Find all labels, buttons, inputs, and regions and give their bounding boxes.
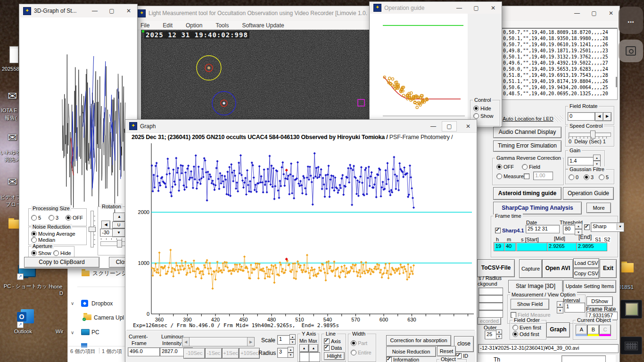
pc-shortcut-label[interactable]: PC - ショートカット — [4, 283, 53, 290]
star-image-3d-button[interactable]: Star Image [3D] — [508, 280, 563, 293]
speed-slider-track[interactable] — [569, 132, 611, 137]
elevation-slider[interactable] — [89, 211, 95, 247]
exit-button[interactable]: Exit — [600, 259, 617, 278]
noise-reduction-button[interactable]: Noise Reduction — [386, 346, 436, 357]
maximize-icon[interactable]: ▢ — [468, 5, 485, 11]
desktop-dark-icon-photo[interactable] — [620, 300, 642, 319]
mail-icon[interactable]: ✉ — [8, 131, 17, 144]
close-icon[interactable]: ✕ — [460, 123, 477, 130]
radius-field-4[interactable] — [479, 310, 503, 318]
outlook-icon[interactable]: O ↗ — [17, 309, 35, 327]
gamma-value-field[interactable]: 1.00 — [533, 172, 553, 180]
close-icon[interactable]: ✕ — [485, 5, 502, 11]
explorer-row-dropbox[interactable]: Dropbox — [91, 300, 113, 307]
rotate-left-button[interactable]: ◀ — [101, 221, 110, 229]
desktop-icon-document[interactable] — [9, 46, 18, 63]
minimize-icon[interactable]: — — [451, 5, 468, 11]
desktop-icon-iota-label-1[interactable]: IOTA E — [1, 107, 17, 113]
scroll-right-icon[interactable]: ▶ — [247, 337, 254, 346]
scroll-left-icon[interactable]: ◀ — [182, 337, 190, 346]
processing-5-radio[interactable]: 5 — [31, 215, 41, 221]
hilight-button[interactable]: Hilight — [324, 352, 345, 360]
csv-scrollbar-thumb[interactable] — [616, 77, 617, 87]
recorded-button-fragment[interactable]: ecorded — [478, 317, 501, 325]
desktop-icon-document-label[interactable]: 202558( — [2, 66, 21, 72]
bottom-field-fragment[interactable] — [561, 355, 606, 362]
capture-button[interactable]: Capture — [519, 259, 542, 278]
current-frame-field[interactable]: 496.0 — [128, 347, 160, 356]
reset-button[interactable]: Reset — [437, 346, 456, 356]
minimize-icon[interactable]: — — [425, 123, 442, 130]
gaussian-5-radio[interactable]: 5 — [599, 174, 609, 180]
rotation-u-button[interactable]: U — [112, 222, 125, 229]
operation-guide-titlebar[interactable]: ✦ Operation guide — ▢ ✕ — [370, 2, 502, 14]
maximize-icon[interactable]: ▢ — [103, 8, 120, 14]
processing-off-radio[interactable]: OFF — [66, 215, 83, 221]
gain-value[interactable]: 1.4 — [568, 157, 594, 165]
desktop-right-label[interactable]: 018S1 — [619, 284, 634, 290]
desktop-dark-icon-keyboard[interactable] — [620, 337, 642, 354]
minus-1sec-button[interactable]: -1Sec — [205, 348, 222, 359]
gaussian-0-radio[interactable]: 0 — [569, 174, 578, 180]
sharp41-checkbox[interactable]: Sharp4.1 — [495, 228, 524, 233]
dshow-button[interactable]: DShow — [586, 296, 613, 306]
copy-to-clipboard-button[interactable]: Copy to ClipBoard — [24, 257, 99, 268]
aperture-show-radio[interactable]: Show — [31, 250, 51, 256]
elevation-slider-handle[interactable] — [89, 227, 96, 232]
plus-1sec-button[interactable]: +1Sec — [222, 348, 239, 359]
minus-10sec-button[interactable]: -10Sec — [183, 348, 205, 359]
radius-spinner[interactable]: ▲▼ — [288, 347, 294, 358]
outlook-label[interactable]: Outlook — [14, 329, 32, 334]
photometry-chart[interactable]: 360390420450480510540570600630010002000 — [126, 141, 476, 330]
maximize-icon[interactable]: ▢ — [586, 10, 603, 16]
maximize-icon[interactable]: ▢ — [442, 121, 457, 132]
axis-checkbox[interactable]: Axis — [324, 338, 341, 344]
desktop-icon-mail2-label-2[interactable]: 宛先メ — [5, 156, 20, 163]
csv-data-panel[interactable]: 0,50.7,"",19,40,18.8089,18.8720,,,,24 0,… — [502, 28, 618, 100]
gamma-field-radio[interactable]: Field — [522, 164, 540, 170]
show-field-button[interactable]: Show Field — [511, 299, 549, 310]
plus-10sec-button[interactable]: +10Sec — [239, 348, 260, 359]
y-max-up-button[interactable]: ▲ — [309, 344, 318, 352]
end-seconds-field[interactable]: 2.9895 — [576, 242, 607, 251]
sharp-dropdown[interactable]: Sharp▼ — [591, 222, 624, 232]
radius-field-3[interactable] — [479, 303, 503, 310]
menu-item-option[interactable]: Option — [179, 22, 209, 29]
processing-3-radio[interactable]: 3 — [49, 215, 58, 221]
operation-guide-button[interactable]: Operation Guide — [563, 187, 614, 200]
chevron-down-icon[interactable]: ∨ — [71, 301, 74, 306]
even-first-radio[interactable]: Even first — [512, 325, 541, 330]
update-setting-items-button[interactable]: Update Setting Items — [563, 280, 616, 293]
auto-location-led-link[interactable]: Auto Location for LED — [502, 115, 563, 122]
date-field[interactable]: 25 12 31 — [526, 225, 560, 233]
rotate-down-button[interactable]: ▼ — [112, 229, 125, 237]
mail-icon[interactable]: ✉ — [8, 175, 17, 189]
rotate-up-button[interactable]: ▲ — [113, 213, 125, 222]
copy-csv-button[interactable]: Copy CSV — [573, 269, 599, 279]
field-rotate-value[interactable]: 0 — [568, 112, 595, 121]
star3d-titlebar[interactable]: ✦ 3D-Graph of St... — ▢ ✕ — [19, 4, 137, 17]
menu-item-software-update[interactable]: Software Update — [235, 22, 290, 29]
mid-seconds-field[interactable]: 2.9265 — [547, 242, 577, 251]
avi-path-field[interactable]: -12-31¥2025-12-31(236041)¥04_39_00.avi — [478, 344, 619, 353]
gamma-measure-radio[interactable]: Measure — [496, 173, 524, 179]
audio-channel-display-button[interactable]: Audio Channel Display — [493, 127, 561, 138]
scale-spinner[interactable]: ▲▼ — [289, 334, 296, 345]
y-min-up-button[interactable]: ▲ — [299, 344, 309, 352]
width-part-radio[interactable]: Part — [351, 340, 367, 346]
gamma-off-radio[interactable]: OFF — [496, 164, 514, 170]
gain-spinner[interactable]: ▲▼ — [593, 155, 601, 167]
sharp-mode-checkbox[interactable] — [584, 224, 591, 230]
timing-error-simulation-button[interactable]: Timing Error Simulation — [493, 140, 561, 152]
odd-first-radio[interactable]: Odd first — [512, 331, 539, 337]
rotate-right-button[interactable]: ▶ — [603, 112, 611, 121]
start-seconds-field[interactable] — [516, 242, 548, 251]
overlay-capture-button[interactable] — [619, 40, 643, 62]
moving-average-radio[interactable]: Moving Average — [31, 231, 75, 237]
rotate-left-button[interactable]: ◀ — [595, 112, 603, 121]
menu-item-tools[interactable]: Tools — [209, 22, 235, 29]
menu-item-edit[interactable]: Edit — [156, 22, 179, 29]
graph-close-button[interactable]: close — [454, 336, 474, 352]
gaussian-3-radio[interactable]: 3 — [584, 174, 594, 180]
asteroid-timing-guide-button[interactable]: Asteroid timing guide — [493, 187, 561, 200]
